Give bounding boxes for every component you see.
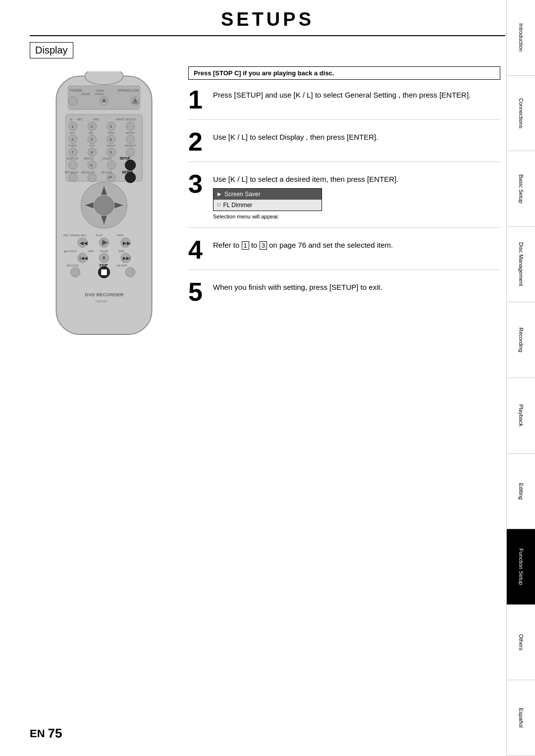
svg-text:CLEAR: CLEAR bbox=[102, 157, 111, 160]
sidebar-tab-function-setup[interactable]: Function Setup bbox=[507, 529, 535, 605]
step-5-number: 5 bbox=[188, 279, 206, 305]
svg-text:FWD: FWD bbox=[117, 234, 123, 237]
svg-text:6: 6 bbox=[110, 137, 112, 142]
svg-point-65 bbox=[125, 172, 135, 183]
svg-text:▶▶|: ▶▶| bbox=[123, 256, 131, 261]
svg-text:SPACE: SPACE bbox=[84, 157, 93, 160]
svg-text:AUDIO: AUDIO bbox=[125, 131, 135, 134]
page-title: SETUPS bbox=[221, 9, 314, 30]
selection-menu: Screen Saver FL Dimmer bbox=[213, 188, 322, 211]
svg-text:INPUT SELECT: INPUT SELECT bbox=[116, 118, 137, 121]
svg-text:9: 9 bbox=[110, 150, 112, 155]
remote-control-image: POWER OPEN/CLOSE TIMER PROG. ZOOM bbox=[40, 71, 168, 351]
sidebar-tab-disc-management[interactable]: Disc Management bbox=[507, 227, 535, 303]
main-content: Display POWER OPEN/CLOSE TIMER bbox=[30, 36, 505, 351]
sidebar-tab-playback[interactable]: Playback bbox=[507, 378, 535, 454]
page-header: SETUPS bbox=[30, 0, 505, 36]
svg-text:REC/OTR: REC/OTR bbox=[67, 264, 79, 267]
svg-text:⏸: ⏸ bbox=[102, 255, 107, 261]
step-2-content: Use [K / L] to select Display , then pre… bbox=[213, 129, 378, 143]
step-4-number: 4 bbox=[188, 237, 206, 263]
step-3-content: Use [K / L] to select a desired item, th… bbox=[213, 171, 398, 220]
svg-text:PLAY: PLAY bbox=[96, 234, 103, 237]
svg-text:WXYZ: WXYZ bbox=[107, 144, 115, 147]
svg-rect-11 bbox=[132, 103, 138, 104]
svg-text:@: @ bbox=[69, 118, 72, 121]
svg-text:PROG.: PROG. bbox=[96, 93, 105, 96]
step-3-number: 3 bbox=[188, 171, 206, 197]
step-3: 3 Use [K / L] to select a desired item, … bbox=[188, 171, 500, 228]
step-1-number: 1 bbox=[188, 87, 206, 112]
svg-text:MNO: MNO bbox=[108, 131, 115, 134]
page-number-area: EN 75 bbox=[30, 726, 62, 741]
svg-text:7: 7 bbox=[71, 150, 73, 155]
svg-text:2: 2 bbox=[91, 124, 93, 129]
svg-text:DEF: DEF bbox=[94, 118, 100, 121]
svg-text:REC SPEED REV: REC SPEED REV bbox=[63, 234, 87, 237]
svg-text:DVD RECORDER: DVD RECORDER bbox=[85, 292, 123, 297]
sidebar-tab-editing[interactable]: Editing bbox=[507, 454, 535, 530]
svg-text:◀◀: ◀◀ bbox=[80, 240, 88, 246]
svg-point-61 bbox=[69, 173, 77, 182]
svg-text:JKL: JKL bbox=[89, 131, 94, 134]
menu-caption: Selection menu will appear. bbox=[213, 213, 398, 221]
svg-text:CM SKIP: CM SKIP bbox=[116, 264, 127, 267]
svg-text:3: 3 bbox=[110, 124, 112, 129]
svg-text:5: 5 bbox=[91, 137, 93, 142]
svg-rect-96 bbox=[101, 270, 107, 275]
svg-point-55 bbox=[107, 161, 115, 169]
page-number: 75 bbox=[48, 726, 62, 741]
svg-text:1: 1 bbox=[71, 124, 73, 129]
svg-point-25 bbox=[126, 122, 134, 130]
svg-text:PQRS: PQRS bbox=[69, 144, 77, 147]
svg-text:REPEAT: REPEAT bbox=[125, 144, 136, 147]
step-4-content: Refer to 1 to 3 on page 76 and set the s… bbox=[213, 237, 393, 251]
step-1-content: Press [SETUP] and use [K / L] to select … bbox=[213, 87, 471, 101]
svg-text:ZOOM: ZOOM bbox=[81, 93, 90, 96]
menu-item-screen-saver: Screen Saver bbox=[214, 189, 321, 200]
svg-point-71 bbox=[95, 196, 114, 215]
step-1: 1 Press [SETUP] and use [K / L] to selec… bbox=[188, 87, 500, 120]
menu-item-fl-dimmer: FL Dimmer bbox=[214, 200, 321, 211]
section-title: Display bbox=[30, 42, 73, 58]
step-2-number: 2 bbox=[188, 129, 206, 155]
svg-point-94 bbox=[70, 268, 80, 277]
svg-text:▶X1.3/0.8: ▶X1.3/0.8 bbox=[64, 250, 76, 253]
svg-point-8 bbox=[69, 97, 77, 105]
svg-text:ABC: ABC bbox=[77, 118, 83, 121]
svg-text:0: 0 bbox=[90, 163, 92, 167]
svg-point-52 bbox=[69, 161, 77, 169]
sidebar-tab-recording[interactable]: Recording bbox=[507, 302, 535, 378]
svg-text:↵: ↵ bbox=[108, 174, 112, 180]
svg-text:PAUSE: PAUSE bbox=[100, 250, 108, 253]
svg-text:SKIP: SKIP bbox=[88, 250, 94, 253]
svg-text:SKIP: SKIP bbox=[118, 250, 125, 253]
right-column: Press [STOP C] if you are playing back a… bbox=[188, 66, 500, 351]
sidebar-tab-basic-setup[interactable]: Basic Setup bbox=[507, 151, 535, 227]
svg-text:TIMER: TIMER bbox=[96, 89, 105, 92]
svg-text:4: 4 bbox=[71, 137, 74, 142]
notice-box: Press [STOP C] if you are playing back a… bbox=[188, 66, 500, 80]
svg-text:TUV: TUV bbox=[89, 144, 95, 147]
step-5-content: When you finish with setting, press [SET… bbox=[213, 279, 382, 293]
sidebar-tab-connections[interactable]: Connections bbox=[507, 76, 535, 152]
left-column: POWER OPEN/CLOSE TIMER PROG. ZOOM bbox=[30, 66, 178, 351]
svg-text:TOP MENU: TOP MENU bbox=[64, 171, 78, 174]
svg-text:GHI: GHI bbox=[69, 131, 75, 134]
sidebar-tab-introduction[interactable]: Introduction bbox=[507, 0, 535, 76]
svg-point-47 bbox=[126, 148, 134, 156]
two-col-layout: POWER OPEN/CLOSE TIMER PROG. ZOOM bbox=[30, 66, 500, 351]
svg-text:NB090: NB090 bbox=[96, 299, 107, 304]
step-4: 4 Refer to 1 to 3 on page 76 and set the… bbox=[188, 237, 500, 270]
svg-text:8: 8 bbox=[91, 150, 93, 155]
en-label: EN bbox=[30, 727, 45, 740]
svg-point-36 bbox=[126, 135, 134, 143]
sidebar-tab-others[interactable]: Others bbox=[507, 605, 535, 681]
svg-point-97 bbox=[125, 268, 135, 277]
right-sidebar: Introduction Connections Basic Setup Dis… bbox=[506, 0, 535, 756]
svg-text:▶▶: ▶▶ bbox=[123, 240, 131, 246]
step-5: 5 When you finish with setting, press [S… bbox=[188, 279, 500, 312]
sidebar-tab-espanol[interactable]: Español bbox=[507, 680, 535, 756]
step-2: 2 Use [K / L] to select Display , then p… bbox=[188, 129, 500, 162]
svg-text:POWER: POWER bbox=[69, 89, 82, 92]
